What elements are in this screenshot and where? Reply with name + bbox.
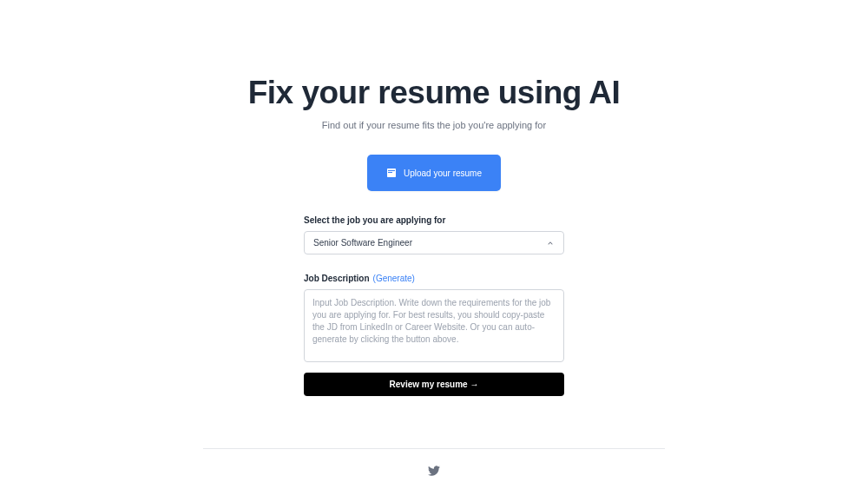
twitter-icon[interactable] [428,465,440,477]
review-resume-button[interactable]: Review my resume → [304,373,564,396]
job-select-value: Senior Software Engineer [313,238,412,248]
form-area: Select the job you are applying for Seni… [304,215,564,396]
chevron-up-icon [546,239,555,248]
job-select[interactable]: Senior Software Engineer [304,231,564,254]
hero: Fix your resume using AI Find out if you… [101,75,767,191]
main-container: Fix your resume using AI Find out if you… [101,0,767,396]
footer [203,448,665,480]
page-title: Fix your resume using AI [101,75,767,111]
jd-label: Job Description [304,274,370,283]
upload-button-label: Upload your resume [404,169,482,178]
select-label: Select the job you are applying for [304,215,564,225]
jd-textarea[interactable] [304,289,564,362]
page-subtitle: Find out if your resume fits the job you… [101,120,767,130]
generate-link[interactable]: (Generate) [373,274,415,283]
document-icon [386,168,397,178]
jd-label-row: Job Description (Generate) [304,274,564,283]
upload-resume-button[interactable]: Upload your resume [367,155,501,191]
